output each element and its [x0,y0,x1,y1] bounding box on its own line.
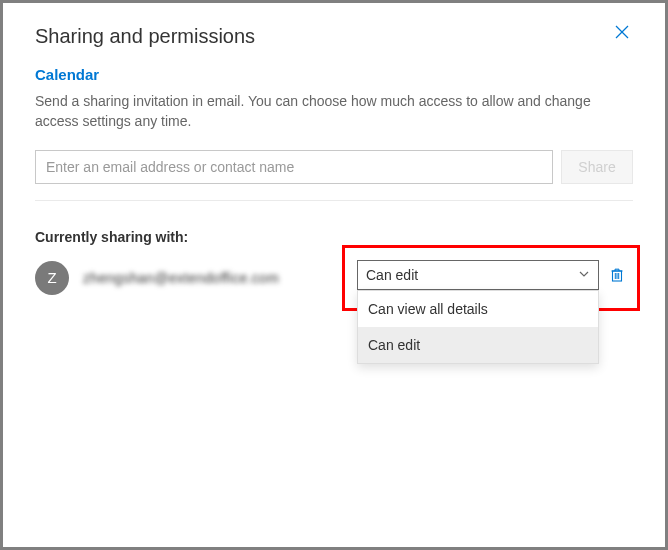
permission-dropdown: Can view all details Can edit [357,290,599,364]
permission-highlight-box: Can edit Can view all details Can edit [342,245,640,311]
permission-controls: Can edit Can view all details Can edit [357,260,625,290]
permission-option-can-edit[interactable]: Can edit [358,327,598,363]
chevron-down-icon [578,267,590,283]
remove-share-button[interactable] [609,267,625,283]
permission-select[interactable]: Can edit Can view all details Can edit [357,260,599,290]
close-button[interactable] [611,25,633,39]
currently-sharing-label: Currently sharing with: [35,229,633,245]
section-divider [35,200,633,201]
invite-row: Share [35,150,633,184]
sharing-permissions-panel: Sharing and permissions Calendar Send a … [3,3,665,547]
avatar-initial: Z [47,269,56,286]
calendar-name: Calendar [35,66,633,83]
share-button[interactable]: Share [561,150,633,184]
avatar: Z [35,261,69,295]
calendar-description: Send a sharing invitation in email. You … [35,91,633,132]
panel-title: Sharing and permissions [35,25,255,48]
panel-header: Sharing and permissions [35,25,633,48]
permission-selected-value: Can edit [366,267,418,283]
email-input[interactable] [35,150,553,184]
trash-icon [609,267,625,283]
permission-select-trigger[interactable]: Can edit [357,260,599,290]
permission-option-view-all[interactable]: Can view all details [358,291,598,327]
close-icon [615,25,629,39]
share-entry-row: Z zhengshan@extendoffice.com Can edit Ca… [35,261,633,295]
